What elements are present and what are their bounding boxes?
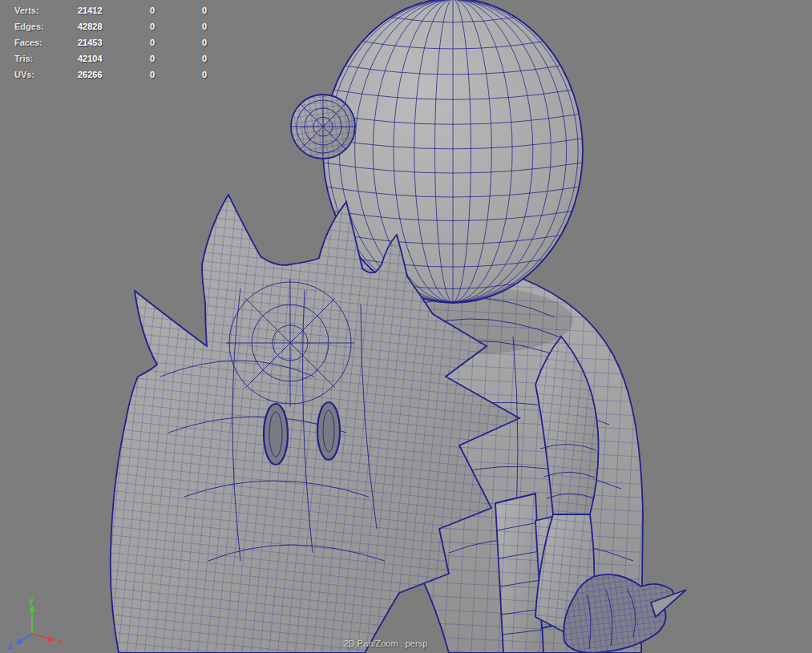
hud-total: 42104: [78, 54, 150, 63]
hud-total: 26266: [78, 70, 150, 79]
camera-label: 2D Pan/Zoom : persp: [344, 639, 428, 648]
hud-total: 21412: [78, 6, 150, 15]
y-axis-label: y: [29, 596, 34, 605]
hud-total: 42828: [78, 22, 150, 31]
hud-label: Verts:: [14, 6, 78, 15]
hud-col3: 0: [202, 70, 213, 79]
y-axis-arrow-icon: [29, 605, 35, 611]
hud-label: Edges:: [14, 22, 78, 31]
hud-row-tris: Tris: 42104 0 0: [14, 50, 213, 67]
hud-col3: 0: [202, 54, 213, 63]
hud-label: UVs:: [14, 70, 78, 79]
hud-col3: 0: [202, 22, 213, 31]
hud-col3: 0: [202, 38, 213, 47]
hud-total: 21453: [78, 38, 150, 47]
z-axis-line: [19, 634, 32, 642]
z-axis-label: z: [8, 642, 12, 650]
axis-gizmo: y x z: [6, 595, 67, 650]
hud-col2: 0: [150, 38, 202, 47]
hud-col2: 0: [150, 22, 202, 31]
hud-row-edges: Edges: 42828 0 0: [14, 18, 213, 34]
hud-row-faces: Faces: 21453 0 0: [14, 34, 213, 50]
head-mesh[interactable]: [323, 0, 583, 304]
hud-col2: 0: [150, 70, 202, 79]
ear-knob-mesh[interactable]: [291, 95, 355, 159]
hud-col2: 0: [150, 54, 202, 63]
maya-viewport[interactable]: Verts: 21412 0 0 Edges: 42828 0 0 Faces:…: [0, 0, 812, 653]
hud-row-uvs: UVs: 26266 0 0: [14, 67, 213, 83]
hud-col2: 0: [150, 6, 202, 15]
hud-label: Faces:: [14, 38, 78, 47]
hud-label: Tris:: [14, 54, 78, 63]
x-axis-label: x: [58, 637, 63, 646]
hud-col3: 0: [202, 6, 213, 15]
hud-row-verts: Verts: 21412 0 0: [14, 2, 213, 18]
x-axis-arrow-icon: [47, 636, 55, 643]
armor-radial-detail: [226, 279, 354, 407]
viewport-canvas[interactable]: [0, 0, 812, 653]
poly-count-hud: Verts: 21412 0 0 Edges: 42828 0 0 Faces:…: [14, 2, 213, 83]
